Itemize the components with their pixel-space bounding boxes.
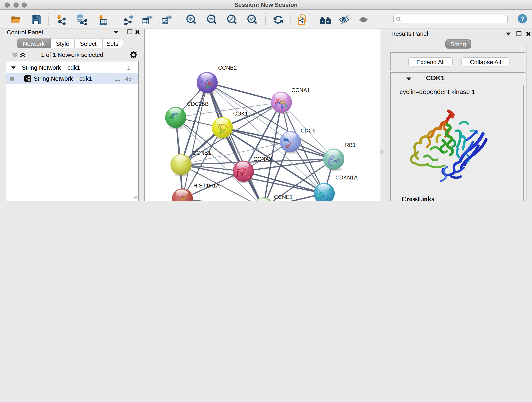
svg-text:CCNA1: CCNA1 (291, 87, 310, 93)
svg-text:CCNB2: CCNB2 (218, 64, 237, 70)
svg-text:CCNB1: CCNB1 (192, 149, 211, 156)
svg-text:CDK1: CDK1 (233, 110, 248, 116)
svg-text:CDC25B: CDC25B (187, 101, 209, 107)
svg-text:RB1: RB1 (345, 142, 356, 148)
svg-text:CCNA2: CCNA2 (253, 156, 272, 162)
svg-text:CCNE1: CCNE1 (274, 194, 293, 200)
svg-text:?: ? (520, 15, 525, 22)
svg-text:HIST1H1A: HIST1H1A (193, 182, 220, 188)
svg-text:CDC6: CDC6 (301, 127, 316, 133)
svg-text:CDKN1A: CDKN1A (336, 174, 358, 180)
